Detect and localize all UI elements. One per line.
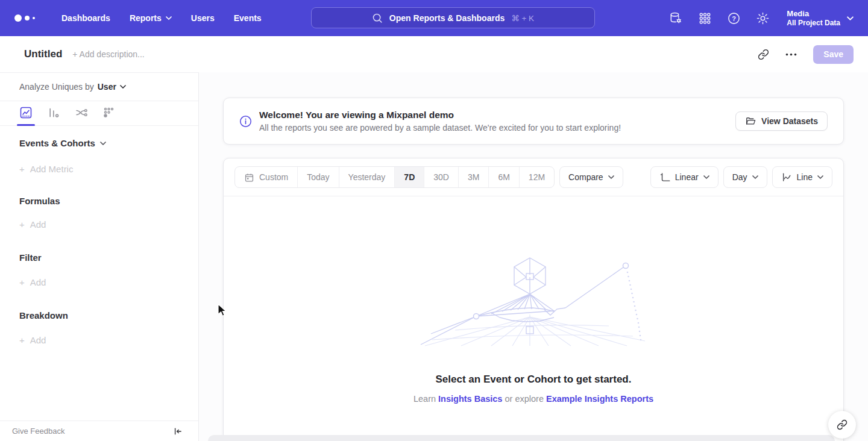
nav-events[interactable]: Events xyxy=(234,13,262,23)
empty-state: Select an Event or Cohort to get started… xyxy=(224,257,843,404)
project-name: Media xyxy=(787,9,840,19)
nav-reports[interactable]: Reports xyxy=(130,13,172,23)
global-search[interactable]: Open Reports & Dashboards ⌘ + K xyxy=(311,7,595,28)
apps-grid-icon[interactable] xyxy=(698,11,712,25)
logo-dot xyxy=(33,17,35,19)
ellipsis-icon xyxy=(785,53,797,56)
range-today[interactable]: Today xyxy=(298,167,339,187)
tab-bar-chart[interactable] xyxy=(47,106,60,126)
range-yesterday[interactable]: Yesterday xyxy=(339,167,395,187)
add-filter-button[interactable]: + Add xyxy=(19,277,198,287)
data-management-icon[interactable] xyxy=(668,11,683,25)
banner-subtitle: All the reports you see are powered by a… xyxy=(259,123,621,133)
tab-flows[interactable] xyxy=(75,106,88,126)
copy-link-icon[interactable] xyxy=(758,49,769,60)
insights-basics-link[interactable]: Insights Basics xyxy=(438,394,502,404)
scale-dropdown[interactable]: Linear xyxy=(650,166,719,188)
filter-title: Filter xyxy=(19,252,42,263)
project-switcher[interactable]: Media All Project Data xyxy=(787,9,854,28)
flows-tab-icon xyxy=(75,106,88,119)
tab-retention[interactable] xyxy=(102,106,116,126)
settings-gear-icon[interactable] xyxy=(756,11,770,25)
add-formula-button[interactable]: + Add xyxy=(19,219,198,230)
add-metric-label: Add Metric xyxy=(30,164,74,174)
chevron-down-icon xyxy=(703,175,709,179)
share-link-fab[interactable] xyxy=(828,411,856,439)
report-title[interactable]: Untitled xyxy=(24,48,62,60)
insights-report-card: Custom Today Yesterday 7D 30D 3M 6M 12M … xyxy=(223,158,844,441)
chevron-down-icon xyxy=(100,142,106,145)
formulas-section: Formulas xyxy=(19,196,198,206)
breakdown-section: Breakdown xyxy=(19,310,198,321)
date-range-control: Custom Today Yesterday 7D 30D 3M 6M 12M xyxy=(234,166,555,188)
add-metric-button[interactable]: + Add Metric xyxy=(19,164,198,174)
events-cohorts-section[interactable]: Events & Cohorts xyxy=(19,138,198,148)
interval-dropdown[interactable]: Day xyxy=(723,166,767,188)
events-cohorts-title: Events & Cohorts xyxy=(19,138,95,148)
add-breakdown-label: Add xyxy=(30,335,46,345)
query-builder-sidebar: Analyze Uniques by User Events & Cohorts… xyxy=(0,72,199,441)
chevron-down-icon xyxy=(120,85,126,89)
folder-icon xyxy=(745,116,756,127)
add-formula-label: Add xyxy=(30,219,46,230)
example-reports-link[interactable]: Example Insights Reports xyxy=(546,394,653,404)
range-7d[interactable]: 7D xyxy=(395,167,424,187)
empty-state-illustration xyxy=(419,257,648,347)
plus-icon: + xyxy=(19,277,25,287)
view-datasets-button[interactable]: View Datasets xyxy=(735,111,828,131)
more-options-button[interactable] xyxy=(785,53,797,56)
chevron-down-icon xyxy=(608,175,614,179)
view-datasets-label: View Datasets xyxy=(761,116,818,126)
visualization-tabs xyxy=(0,101,198,126)
tab-insights-line[interactable] xyxy=(19,106,33,126)
range-3m[interactable]: 3M xyxy=(459,167,489,187)
add-breakdown-button[interactable]: + Add xyxy=(19,335,198,345)
info-icon xyxy=(239,115,252,128)
results-panel-edge[interactable] xyxy=(208,435,835,441)
nav-users[interactable]: Users xyxy=(191,13,215,23)
search-placeholder: Open Reports & Dashboards xyxy=(389,13,505,23)
compare-label: Compare xyxy=(568,172,603,182)
report-toolbar: Custom Today Yesterday 7D 30D 3M 6M 12M … xyxy=(224,158,843,196)
header-actions: Save xyxy=(758,45,854,64)
analyze-prefix-label: Analyze Uniques by xyxy=(19,82,94,92)
nav-right-cluster: ? Media All Project Data xyxy=(668,9,854,28)
line-chart-tab-icon xyxy=(19,106,33,119)
add-filter-label: Add xyxy=(30,277,46,287)
hint-middle: or explore xyxy=(505,394,543,404)
plus-icon: + xyxy=(19,335,25,345)
main-content: Welcome! You are viewing a Mixpanel demo… xyxy=(199,72,868,441)
scale-label: Linear xyxy=(675,172,699,182)
mixpanel-logo[interactable] xyxy=(14,14,42,22)
nav-dashboards[interactable]: Dashboards xyxy=(61,13,110,23)
logo-dot xyxy=(25,16,30,20)
analyze-unit-dropdown[interactable]: User xyxy=(98,82,126,92)
analyze-unit-value: User xyxy=(98,82,116,92)
collapse-sidebar-button[interactable] xyxy=(173,427,183,436)
compare-dropdown[interactable]: Compare xyxy=(559,166,623,188)
chevron-down-icon xyxy=(847,16,854,20)
range-6m[interactable]: 6M xyxy=(489,167,519,187)
plus-icon: + xyxy=(19,164,25,174)
range-30d[interactable]: 30D xyxy=(424,167,459,187)
query-sections: Events & Cohorts + Add Metric Formulas +… xyxy=(0,138,198,345)
chart-type-dropdown[interactable]: Line xyxy=(772,166,832,188)
svg-text:?: ? xyxy=(732,14,736,22)
empty-state-hint: Learn Insights Basics or explore Example… xyxy=(224,394,843,404)
help-icon[interactable]: ? xyxy=(727,11,741,25)
range-custom[interactable]: Custom xyxy=(235,167,298,187)
range-custom-label: Custom xyxy=(259,172,288,182)
formulas-title: Formulas xyxy=(19,196,60,206)
save-button[interactable]: Save xyxy=(813,45,854,64)
line-chart-icon xyxy=(781,172,792,183)
interval-label: Day xyxy=(732,172,747,182)
bar-chart-tab-icon xyxy=(47,106,60,119)
add-description-field[interactable]: + Add description... xyxy=(72,49,144,59)
demo-welcome-banner: Welcome! You are viewing a Mixpanel demo… xyxy=(223,98,844,145)
project-scope: All Project Data xyxy=(787,19,840,28)
give-feedback-link[interactable]: Give Feedback xyxy=(12,427,64,436)
top-navigation-bar: Dashboards Reports Users Events Open Rep… xyxy=(0,0,868,36)
chevron-down-icon xyxy=(817,175,823,179)
range-12m[interactable]: 12M xyxy=(520,167,554,187)
filter-section: Filter xyxy=(19,252,198,263)
